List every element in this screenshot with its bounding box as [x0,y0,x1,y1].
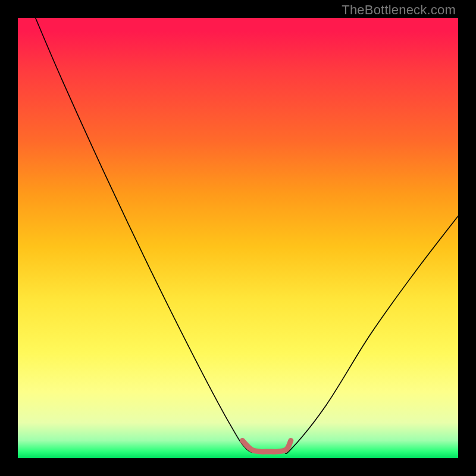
watermark-label: TheBottleneck.com [342,2,456,18]
curve-layer [36,18,458,453]
bottleneck-curve [36,18,458,453]
chart-frame: TheBottleneck.com [0,0,476,476]
plot-area [18,18,458,458]
optimal-range-marker [242,440,290,452]
chart-svg [18,18,458,458]
